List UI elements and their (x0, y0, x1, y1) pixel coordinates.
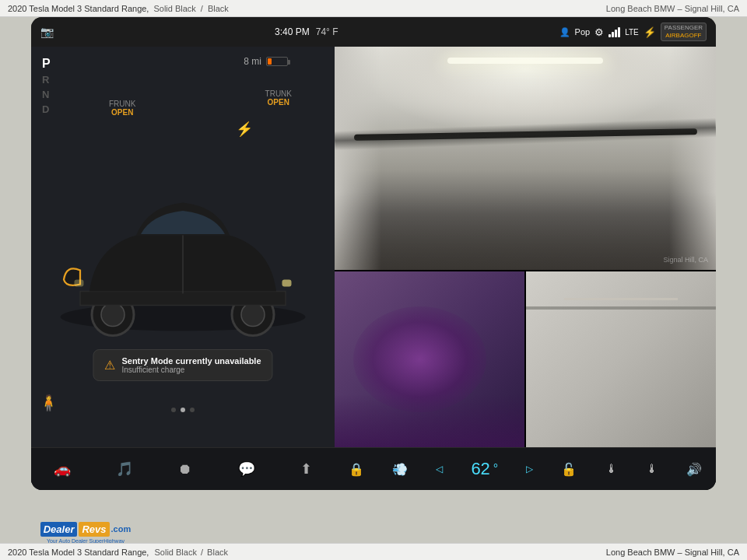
tesla-screen: 📷 3:40 PM 74° F 👤 Pop ⚙ LTE ⚡ PASSENGER … (31, 17, 716, 490)
temp-right-icon[interactable]: ▷ (526, 464, 533, 474)
sentry-subtitle: Insufficient charge (121, 366, 261, 374)
door-lock-icon[interactable]: 🔒 (349, 462, 364, 477)
camera-rear-right (526, 271, 716, 447)
camera-top-view: Signal Hill, CA (335, 47, 716, 270)
profile-name: Pop (575, 27, 591, 37)
warning-icon: ⚠ (104, 358, 115, 373)
airbag-line2: AIRBAGOFF (665, 32, 701, 40)
main-content: P R N D 8 mi FRUNK OPEN TRUNK OPEN (31, 47, 716, 490)
camera-watermark: Signal Hill, CA (663, 256, 708, 264)
bottom-page-title: 2020 Tesla Model 3 Standard Range, (8, 548, 149, 557)
page-title: 2020 Tesla Model 3 Standard Range, (8, 4, 149, 13)
page-dot-1[interactable] (171, 408, 176, 412)
car-display (31, 47, 335, 447)
nav-icon[interactable]: 💬 (233, 456, 260, 482)
color-label-1: Solid Black (153, 4, 195, 13)
camera-bottom-views (335, 270, 716, 447)
bottom-title: 2020 Tesla Model 3 Standard Range, Solid… (8, 548, 228, 557)
left-bottom-toolbar: 🚗 🎵 ⏺ 💬 ⬆ (31, 447, 335, 490)
ceiling-light (447, 58, 603, 64)
sentry-warning-text: Sentry Mode currently unavailable Insuff… (121, 356, 261, 374)
car-silhouette (335, 394, 524, 447)
bottom-color1: Solid Black (155, 548, 197, 557)
left-panel[interactable]: P R N D 8 mi FRUNK OPEN TRUNK OPEN (31, 47, 335, 490)
svg-rect-7 (75, 280, 84, 287)
volume-icon[interactable]: 🔊 (686, 462, 702, 477)
airbag-line1: PASSENGER (665, 24, 703, 32)
temperature: 74° F (316, 26, 338, 37)
dealer-info-top: Long Beach BMW – Signal Hill, CA (606, 4, 739, 13)
svg-point-4 (241, 303, 265, 327)
bottom-dealer: Long Beach BMW – Signal Hill, CA (606, 548, 739, 557)
car-icon[interactable]: 🚗 (49, 456, 75, 482)
seat-heat-right-icon[interactable]: 🌡 (605, 462, 618, 476)
car-image (31, 47, 335, 447)
right-panel: Signal Hill, CA 🔒 💨 ◁ 62 (335, 47, 716, 490)
temperature-control[interactable]: 62 ° (471, 459, 498, 479)
status-center: 3:40 PM 74° F (275, 26, 338, 37)
temp-display: 62 (471, 459, 489, 479)
sentry-warning[interactable]: ⚠ Sentry Mode currently unavailable Insu… (93, 349, 272, 381)
top-bar: 2020 Tesla Model 3 Standard Range, Solid… (0, 0, 747, 17)
page-dot-2[interactable] (181, 408, 185, 412)
camera-rear-left (335, 271, 526, 447)
temp-left-icon[interactable]: ◁ (436, 464, 443, 474)
shelf (526, 306, 716, 310)
apps-icon[interactable]: ⬆ (296, 456, 317, 482)
sentry-title: Sentry Mode currently unavailable (121, 356, 261, 366)
top-bar-title: 2020 Tesla Model 3 Standard Range, Solid… (8, 4, 229, 13)
lte-signal (608, 26, 620, 37)
color-label-2: Black (208, 4, 229, 13)
bluetooth-icon: ⚡ (644, 26, 656, 38)
current-time: 3:40 PM (275, 26, 310, 37)
media-icon[interactable]: ⏺ (174, 457, 197, 482)
seat-heat-icon[interactable]: 🔓 (561, 462, 577, 477)
page-dots (171, 408, 195, 412)
camera-toolbar: 🔒 💨 ◁ 62 ° ▷ 🔓 🌡 🌡 🔊 (335, 447, 716, 490)
svg-rect-6 (282, 280, 292, 287)
tesla-status-bar: 📷 3:40 PM 74° F 👤 Pop ⚙ LTE ⚡ PASSENGER … (31, 17, 716, 47)
color-separator: / (201, 4, 203, 13)
status-left: 📷 (40, 26, 54, 38)
music-icon[interactable]: 🎵 (111, 456, 138, 482)
bottom-color2: Black (207, 548, 228, 557)
bottom-info-bar: 2020 Tesla Model 3 Standard Range, Solid… (0, 543, 747, 560)
lte-label: LTE (625, 28, 639, 37)
fan-icon[interactable]: 💨 (392, 462, 408, 477)
seatbelt-warning-icon: 🧍 (39, 394, 58, 412)
garage-floor (335, 192, 716, 270)
bottom-separator: / (201, 548, 203, 557)
temp-unit: ° (493, 462, 498, 476)
steering-heat-icon[interactable]: 🌡 (646, 462, 658, 476)
page-dot-3[interactable] (190, 408, 195, 412)
status-right: 👤 Pop ⚙ LTE ⚡ PASSENGER AIRBAGOFF (559, 23, 707, 40)
profile-icon: 👤 (559, 27, 570, 37)
airbag-badge: PASSENGER AIRBAGOFF (661, 23, 707, 40)
settings-icon: ⚙ (594, 26, 604, 38)
camera-status-icon: 📷 (40, 26, 54, 38)
svg-point-2 (101, 303, 124, 327)
surface-line (564, 298, 678, 300)
